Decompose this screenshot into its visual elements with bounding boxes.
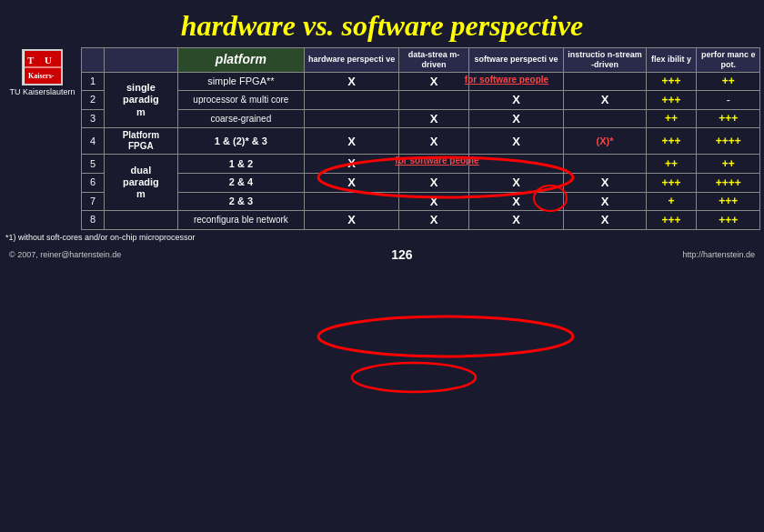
cell-r3-flex: ++ [646,109,697,128]
cell-r8-sw: X [468,211,563,230]
cell-r4-ins: (X)* [564,128,646,155]
copyright-text: © 2007, reiner@hartenstein.de [9,250,121,259]
platform-simple-fpga: simple FPGA** [177,72,304,91]
platform-1-2-3: 1 & (2)* & 3 [177,128,304,155]
cell-r5-ins [564,155,646,174]
col-group-header [105,48,178,73]
table-row: 8 reconfigura ble network X X X X +++ ++… [82,211,760,230]
platform-reconfigurable: reconfigura ble network [177,211,304,230]
row-num-5: 5 [82,155,105,174]
cell-r8-ds: X [399,211,469,230]
cell-r6-ds: X [399,173,469,192]
cell-r5-hw: X [304,155,398,174]
cell-r1-flex: +++ [646,72,697,91]
cell-r5-ds: for software people [399,155,469,174]
cell-r5-flex: ++ [646,155,697,174]
cell-r7-hw [304,192,398,211]
cell-r7-ds: X [399,192,469,211]
svg-point-6 [318,316,573,356]
cell-r4-flex: +++ [646,128,697,155]
table-row: 6 2 & 4 X X X X +++ ++++ [82,173,760,192]
platform-coarse: coarse-grained [177,109,304,128]
row-group-single: singleparadigm [105,72,178,128]
row-num-4: 4 [82,128,105,155]
table-row: 1 singleparadigm simple FPGA** X X for s… [82,72,760,91]
svg-point-8 [352,363,476,392]
website-text: http://hartenstein.de [682,250,755,259]
cell-r1-ins [564,72,646,91]
cell-r1-hw: X [304,72,398,91]
table-row: 5 dualparadigm 1 & 2 X for software peop… [82,155,760,174]
cell-r8-flex: +++ [646,211,697,230]
row-group-platform-fpga: PlatformFPGA [105,128,178,155]
cell-r2-hw [304,91,398,110]
col-flex-header: flex ibilit y [646,48,697,73]
svg-text:T: T [27,55,35,65]
cell-r6-flex: +++ [646,173,697,192]
col-platform-header: platform [177,48,304,73]
cell-r3-perf: +++ [697,109,760,128]
cell-r7-sw: X [468,192,563,211]
row-num-8: 8 [82,211,105,230]
cell-r3-sw: X [468,109,563,128]
cell-r7-flex: + [646,192,697,211]
cell-r4-sw: X [468,128,563,155]
cell-r4-hw: X [304,128,398,155]
cell-r8-hw: X [304,211,398,230]
row-num-6: 6 [82,173,105,192]
cell-r6-ins: X [564,173,646,192]
cell-r1-ds: X [399,72,469,91]
cell-r2-ins: X [564,91,646,110]
col-perf-header: perfor manc e pot. [697,48,760,73]
table-row: 2 uprocessor & multi core X X +++ - [82,91,760,110]
cell-r2-flex: +++ [646,91,697,110]
col-hw-header: hardware perspecti ve [304,48,398,73]
main-table: platform hardware perspecti ve data-stre… [81,47,760,230]
logo-image: T U Kaisers- [22,49,63,85]
platform-1-2: 1 & 2 [177,155,304,174]
cell-r7-perf: +++ [697,192,760,211]
platform-2-3: 2 & 3 [177,192,304,211]
cell-r8-perf: +++ [697,211,760,230]
row-num-3: 3 [82,109,105,128]
cell-r3-ds: X [399,109,469,128]
cell-r5-perf: ++ [697,155,760,174]
page-number: 126 [391,247,412,262]
cell-r2-perf: - [697,91,760,110]
platform-uprocessor: uprocessor & multi core [177,91,304,110]
svg-text:U: U [45,55,52,65]
slide-title: hardware vs. software perspective [0,0,764,47]
cell-r2-ds [399,91,469,110]
cell-r6-perf: ++++ [697,173,760,192]
for-software-label-5: for software people [395,156,478,166]
col-ds-header: data-strea m-driven [399,48,469,73]
logo-area: T U Kaisers- TU Kaiserslautern [4,47,81,98]
col-num-header [82,48,105,73]
slide: hardware vs. software perspective T U Ka… [0,0,764,532]
cell-r3-ins [564,109,646,128]
row-group-5: dualparadigm [105,155,178,211]
cell-r1-perf: ++ [697,72,760,91]
cell-r7-ins: X [564,192,646,211]
table-row: 4 PlatformFPGA 1 & (2)* & 3 X X X (X)* +… [82,128,760,155]
platform-2-4: 2 & 4 [177,173,304,192]
for-software-label-1: for software people [465,75,548,85]
row-num-7: 7 [82,192,105,211]
cell-r4-perf: ++++ [697,128,760,155]
cell-r5-sw [468,155,563,174]
col-sw-header: software perspecti ve [468,48,563,73]
cell-r8-ins: X [564,211,646,230]
table-row: 3 coarse-grained X X ++ +++ [82,109,760,128]
col-ins-header: instructio n-stream -driven [564,48,646,73]
row-num-2: 2 [82,91,105,110]
cell-r6-sw: X [468,173,563,192]
cell-r6-hw: X [304,173,398,192]
cell-r1-sw: for software people [468,72,563,91]
row-num-1: 1 [82,72,105,91]
cell-r3-hw [304,109,398,128]
cell-r4-ds: X [399,128,469,155]
institution-name: TU Kaiserslautern [9,87,75,96]
footer: © 2007, reiner@hartenstein.de 126 http:/… [0,245,764,265]
svg-text:Kaisers-: Kaisers- [28,72,55,80]
footnote: *1) without soft-cores and/or on-chip mi… [5,232,759,243]
